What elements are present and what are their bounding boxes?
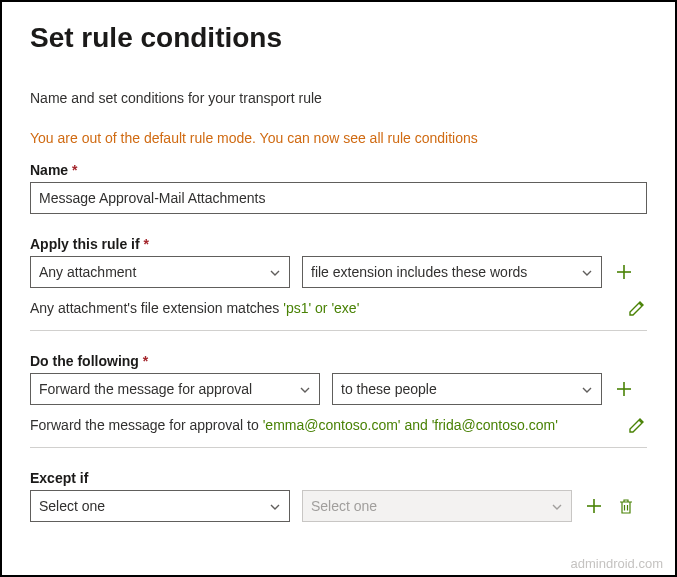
chevron-down-icon: [299, 383, 311, 395]
action-target-select[interactable]: to these people: [332, 373, 602, 405]
pencil-icon: [627, 415, 647, 435]
add-action-button[interactable]: [614, 379, 634, 399]
apply-if-condition-select[interactable]: Any attachment: [30, 256, 290, 288]
except-if-label: Except if: [30, 470, 647, 486]
trash-icon: [616, 496, 636, 516]
watermark: admindroid.com: [571, 556, 664, 571]
mode-warning: You are out of the default rule mode. Yo…: [30, 130, 647, 146]
action-select[interactable]: Forward the message for approval: [30, 373, 320, 405]
add-condition-button[interactable]: [614, 262, 634, 282]
section-divider: [30, 330, 647, 331]
apply-if-label: Apply this rule if *: [30, 236, 647, 252]
rule-name-input[interactable]: [30, 182, 647, 214]
apply-if-summary: Any attachment's file extension matches …: [30, 300, 359, 316]
name-label: Name *: [30, 162, 647, 178]
plus-icon: [614, 262, 634, 282]
section-divider: [30, 447, 647, 448]
edit-condition-button[interactable]: [627, 298, 647, 318]
chevron-down-icon: [269, 266, 281, 278]
edit-action-button[interactable]: [627, 415, 647, 435]
page-title: Set rule conditions: [30, 22, 647, 54]
chevron-down-icon: [581, 266, 593, 278]
except-if-predicate-select: Select one: [302, 490, 572, 522]
action-summary: Forward the message for approval to 'emm…: [30, 417, 558, 433]
pencil-icon: [627, 298, 647, 318]
chevron-down-icon: [551, 500, 563, 512]
do-following-label: Do the following *: [30, 353, 647, 369]
apply-if-predicate-select[interactable]: file extension includes these words: [302, 256, 602, 288]
chevron-down-icon: [269, 500, 281, 512]
plus-icon: [614, 379, 634, 399]
except-if-condition-select[interactable]: Select one: [30, 490, 290, 522]
delete-exception-button[interactable]: [616, 496, 636, 516]
add-exception-button[interactable]: [584, 496, 604, 516]
chevron-down-icon: [581, 383, 593, 395]
page-subtitle: Name and set conditions for your transpo…: [30, 90, 647, 106]
plus-icon: [584, 496, 604, 516]
